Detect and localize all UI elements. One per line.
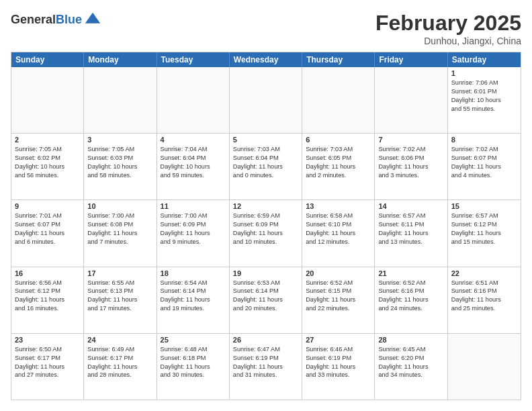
cal-row-4: 23Sunrise: 6:50 AM Sunset: 6:17 PM Dayli…: [11, 334, 521, 400]
cal-cell-r2-c6: 15Sunrise: 6:57 AM Sunset: 6:12 PM Dayli…: [448, 200, 521, 266]
cal-cell-r3-c1: 17Sunrise: 6:55 AM Sunset: 6:13 PM Dayli…: [84, 267, 157, 333]
day-number-16: 16: [15, 269, 80, 277]
day-number-1: 1: [451, 69, 517, 77]
cal-cell-r3-c6: 22Sunrise: 6:51 AM Sunset: 6:16 PM Dayli…: [448, 267, 521, 333]
header: GeneralBlue February 2025 Dunhou, Jiangx…: [11, 11, 521, 46]
day-number-28: 28: [378, 336, 443, 344]
cal-cell-r0-c4: [302, 67, 375, 133]
day-number-23: 23: [15, 336, 80, 344]
cal-cell-r0-c3: [230, 67, 302, 133]
title-block: February 2025 Dunhou, Jiangxi, China: [375, 11, 521, 46]
cal-row-1: 2Sunrise: 7:05 AM Sunset: 6:02 PM Daylig…: [11, 134, 521, 200]
day-number-26: 26: [233, 336, 298, 344]
cal-row-3: 16Sunrise: 6:56 AM Sunset: 6:12 PM Dayli…: [11, 267, 521, 334]
cal-cell-r0-c2: [157, 67, 230, 133]
cal-cell-r2-c2: 11Sunrise: 7:00 AM Sunset: 6:09 PM Dayli…: [157, 200, 230, 266]
day-info-24: Sunrise: 6:49 AM Sunset: 6:17 PM Dayligh…: [87, 345, 152, 380]
day-info-12: Sunrise: 6:59 AM Sunset: 6:09 PM Dayligh…: [233, 212, 298, 246]
day-info-14: Sunrise: 6:57 AM Sunset: 6:11 PM Dayligh…: [378, 212, 443, 246]
day-number-20: 20: [306, 269, 371, 277]
calendar-header: Sunday Monday Tuesday Wednesday Thursday…: [11, 52, 521, 67]
logo-text: GeneralBlue: [11, 13, 82, 27]
day-info-27: Sunrise: 6:46 AM Sunset: 6:19 PM Dayligh…: [306, 345, 371, 380]
day-number-5: 5: [233, 136, 298, 144]
calendar-body: 1Sunrise: 7:06 AM Sunset: 6:01 PM Daylig…: [11, 67, 521, 400]
weekday-thursday: Thursday: [302, 52, 375, 67]
cal-cell-r2-c5: 14Sunrise: 6:57 AM Sunset: 6:11 PM Dayli…: [375, 200, 447, 266]
day-number-22: 22: [451, 269, 517, 277]
day-info-5: Sunrise: 7:03 AM Sunset: 6:04 PM Dayligh…: [233, 145, 298, 180]
day-info-25: Sunrise: 6:48 AM Sunset: 6:18 PM Dayligh…: [161, 345, 226, 380]
calendar: Sunday Monday Tuesday Wednesday Thursday…: [11, 52, 521, 400]
cal-cell-r1-c2: 4Sunrise: 7:04 AM Sunset: 6:04 PM Daylig…: [157, 134, 230, 199]
cal-cell-r2-c3: 12Sunrise: 6:59 AM Sunset: 6:09 PM Dayli…: [230, 200, 302, 266]
day-info-19: Sunrise: 6:53 AM Sunset: 6:14 PM Dayligh…: [233, 279, 298, 314]
day-info-15: Sunrise: 6:57 AM Sunset: 6:12 PM Dayligh…: [451, 212, 517, 246]
cal-cell-r1-c6: 8Sunrise: 7:02 AM Sunset: 6:07 PM Daylig…: [448, 134, 521, 199]
weekday-sunday: Sunday: [11, 52, 84, 67]
day-info-13: Sunrise: 6:58 AM Sunset: 6:10 PM Dayligh…: [306, 212, 371, 246]
cal-cell-r3-c5: 21Sunrise: 6:52 AM Sunset: 6:16 PM Dayli…: [375, 267, 447, 333]
day-number-7: 7: [378, 136, 443, 144]
day-number-27: 27: [306, 336, 371, 344]
day-number-2: 2: [15, 136, 80, 144]
day-number-19: 19: [233, 269, 298, 277]
day-info-18: Sunrise: 6:54 AM Sunset: 6:14 PM Dayligh…: [161, 279, 226, 314]
weekday-saturday: Saturday: [448, 52, 521, 67]
cal-row-2: 9Sunrise: 7:01 AM Sunset: 6:07 PM Daylig…: [11, 200, 521, 267]
day-number-17: 17: [87, 269, 152, 277]
day-number-11: 11: [161, 202, 226, 210]
day-info-8: Sunrise: 7:02 AM Sunset: 6:07 PM Dayligh…: [451, 145, 517, 180]
day-number-4: 4: [161, 136, 226, 144]
cal-cell-r4-c6: [448, 334, 521, 400]
day-number-21: 21: [378, 269, 443, 277]
cal-cell-r4-c2: 25Sunrise: 6:48 AM Sunset: 6:18 PM Dayli…: [157, 334, 230, 400]
cal-cell-r4-c3: 26Sunrise: 6:47 AM Sunset: 6:19 PM Dayli…: [230, 334, 302, 400]
day-info-11: Sunrise: 7:00 AM Sunset: 6:09 PM Dayligh…: [161, 212, 226, 246]
weekday-friday: Friday: [375, 52, 447, 67]
weekday-monday: Monday: [84, 52, 157, 67]
day-number-18: 18: [161, 269, 226, 277]
logo: GeneralBlue: [11, 11, 102, 30]
cal-cell-r2-c0: 9Sunrise: 7:01 AM Sunset: 6:07 PM Daylig…: [11, 200, 84, 266]
cal-cell-r2-c4: 13Sunrise: 6:58 AM Sunset: 6:10 PM Dayli…: [302, 200, 375, 266]
cal-cell-r0-c0: [11, 67, 84, 133]
cal-cell-r3-c3: 19Sunrise: 6:53 AM Sunset: 6:14 PM Dayli…: [230, 267, 302, 333]
cal-cell-r0-c1: [84, 67, 157, 133]
day-info-20: Sunrise: 6:52 AM Sunset: 6:15 PM Dayligh…: [306, 279, 371, 314]
day-number-10: 10: [87, 202, 152, 210]
cal-row-0: 1Sunrise: 7:06 AM Sunset: 6:01 PM Daylig…: [11, 67, 521, 134]
cal-cell-r4-c0: 23Sunrise: 6:50 AM Sunset: 6:17 PM Dayli…: [11, 334, 84, 400]
day-info-28: Sunrise: 6:45 AM Sunset: 6:20 PM Dayligh…: [378, 345, 443, 380]
day-number-12: 12: [233, 202, 298, 210]
day-number-25: 25: [161, 336, 226, 344]
day-info-1: Sunrise: 7:06 AM Sunset: 6:01 PM Dayligh…: [451, 79, 517, 113]
day-number-14: 14: [378, 202, 443, 210]
cal-cell-r0-c6: 1Sunrise: 7:06 AM Sunset: 6:01 PM Daylig…: [448, 67, 521, 133]
day-info-22: Sunrise: 6:51 AM Sunset: 6:16 PM Dayligh…: [451, 279, 517, 314]
page: GeneralBlue February 2025 Dunhou, Jiangx…: [0, 0, 532, 411]
cal-cell-r4-c1: 24Sunrise: 6:49 AM Sunset: 6:17 PM Dayli…: [84, 334, 157, 400]
cal-cell-r1-c1: 3Sunrise: 7:05 AM Sunset: 6:03 PM Daylig…: [84, 134, 157, 199]
day-info-10: Sunrise: 7:00 AM Sunset: 6:08 PM Dayligh…: [87, 212, 152, 246]
cal-cell-r0-c5: [375, 67, 447, 133]
logo-icon: [83, 11, 102, 30]
cal-cell-r1-c3: 5Sunrise: 7:03 AM Sunset: 6:04 PM Daylig…: [230, 134, 302, 199]
day-info-2: Sunrise: 7:05 AM Sunset: 6:02 PM Dayligh…: [15, 145, 80, 180]
day-info-7: Sunrise: 7:02 AM Sunset: 6:06 PM Dayligh…: [378, 145, 443, 180]
day-number-24: 24: [87, 336, 152, 344]
cal-cell-r3-c4: 20Sunrise: 6:52 AM Sunset: 6:15 PM Dayli…: [302, 267, 375, 333]
day-number-15: 15: [451, 202, 517, 210]
day-info-3: Sunrise: 7:05 AM Sunset: 6:03 PM Dayligh…: [87, 145, 152, 180]
day-info-23: Sunrise: 6:50 AM Sunset: 6:17 PM Dayligh…: [15, 345, 80, 380]
month-title: February 2025: [375, 11, 521, 36]
cal-cell-r2-c1: 10Sunrise: 7:00 AM Sunset: 6:08 PM Dayli…: [84, 200, 157, 266]
day-number-6: 6: [306, 136, 371, 144]
day-info-16: Sunrise: 6:56 AM Sunset: 6:12 PM Dayligh…: [15, 279, 80, 314]
location: Dunhou, Jiangxi, China: [375, 36, 521, 46]
day-number-13: 13: [306, 202, 371, 210]
cal-cell-r3-c2: 18Sunrise: 6:54 AM Sunset: 6:14 PM Dayli…: [157, 267, 230, 333]
cal-cell-r4-c4: 27Sunrise: 6:46 AM Sunset: 6:19 PM Dayli…: [302, 334, 375, 400]
svg-marker-0: [85, 13, 100, 24]
cal-cell-r4-c5: 28Sunrise: 6:45 AM Sunset: 6:20 PM Dayli…: [375, 334, 447, 400]
